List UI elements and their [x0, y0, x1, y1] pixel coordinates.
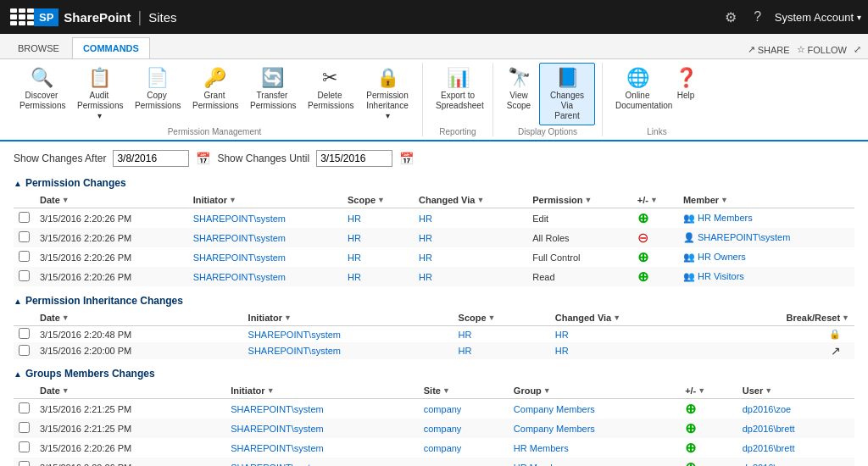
- filter-date-pc[interactable]: ▼: [62, 196, 70, 204]
- share-action[interactable]: ↗ SHARE: [748, 44, 790, 55]
- initiator-cell[interactable]: SHAREPOINT\system: [188, 247, 342, 267]
- help-icon[interactable]: ?: [744, 3, 771, 31]
- filter-permission-pc[interactable]: ▼: [585, 196, 593, 204]
- changedvia-cell[interactable]: HR: [414, 267, 527, 286]
- online-documentation-button[interactable]: 🌐 OnlineDocumentation: [609, 63, 665, 115]
- filter-user-gm[interactable]: ▼: [765, 386, 772, 395]
- member-link[interactable]: HR Visitors: [698, 271, 744, 281]
- filter-scope-pi[interactable]: ▼: [488, 313, 496, 322]
- group-link[interactable]: HR Members: [514, 443, 569, 453]
- user-link[interactable]: dp2016\zoe: [743, 404, 792, 414]
- scope-cell[interactable]: HR: [342, 208, 414, 229]
- user-link[interactable]: dp2016\zoe: [743, 463, 792, 467]
- site-link[interactable]: company: [424, 404, 462, 414]
- checkbox-cell[interactable]: [14, 342, 35, 359]
- site-link[interactable]: company: [424, 463, 462, 467]
- scope-link[interactable]: HR: [348, 252, 361, 263]
- member-link[interactable]: HR Owners: [698, 252, 746, 262]
- checkbox-cell[interactable]: [14, 438, 35, 458]
- date-after-input[interactable]: [113, 150, 189, 167]
- filter-member-pc[interactable]: ▼: [721, 196, 728, 204]
- checkbox-cell[interactable]: [14, 419, 35, 438]
- checkbox-cell[interactable]: [14, 267, 35, 286]
- date-after-calendar-icon[interactable]: 📅: [196, 152, 210, 165]
- changedvia-link[interactable]: HR: [419, 233, 432, 243]
- initiator-cell[interactable]: SHAREPOINT\system: [225, 399, 418, 419]
- follow-action[interactable]: ☆ FOLLOW: [797, 44, 847, 55]
- user-link[interactable]: dp2016\brett: [743, 424, 795, 434]
- date-until-calendar-icon[interactable]: 📅: [399, 152, 414, 165]
- initiator-cell[interactable]: SHAREPOINT\system: [225, 458, 418, 466]
- initiator-cell[interactable]: SHAREPOINT\system: [188, 208, 342, 229]
- group-cell[interactable]: HR Members: [509, 458, 680, 466]
- user-link[interactable]: dp2016\brett: [743, 443, 795, 453]
- initiator-link[interactable]: SHAREPOINT\system: [193, 233, 286, 243]
- scope-cell[interactable]: HR: [342, 247, 414, 267]
- filter-scope-pc[interactable]: ▼: [377, 196, 385, 204]
- initiator-link[interactable]: SHAREPOINT\system: [248, 346, 341, 356]
- date-until-input[interactable]: [316, 150, 392, 167]
- checkbox-cell[interactable]: [14, 458, 35, 466]
- site-cell[interactable]: company: [419, 458, 509, 466]
- member-cell[interactable]: 👤 SHAREPOINT\system: [678, 228, 854, 247]
- initiator-cell[interactable]: SHAREPOINT\system: [243, 342, 453, 359]
- scope-link[interactable]: HR: [459, 346, 472, 356]
- changedvia-link[interactable]: HR: [419, 252, 432, 263]
- app-launcher-icon[interactable]: [7, 5, 31, 29]
- group-link[interactable]: Company Members: [514, 404, 595, 414]
- filter-date-pi[interactable]: ▼: [62, 313, 70, 322]
- filter-changedvia-pi[interactable]: ▼: [613, 313, 620, 322]
- member-link[interactable]: HR Members: [698, 213, 753, 223]
- filter-plusminus-pc[interactable]: ▼: [650, 196, 658, 204]
- filter-changedvia-pc[interactable]: ▼: [476, 196, 484, 204]
- filter-breakreset-pi[interactable]: ▼: [842, 313, 849, 322]
- grant-permissions-button[interactable]: 🔑 GrantPermissions: [186, 63, 242, 115]
- help-button[interactable]: ❓ Help: [667, 63, 704, 105]
- tab-browse[interactable]: BROWSE: [7, 37, 70, 58]
- checkbox-cell[interactable]: [14, 228, 35, 247]
- filter-date-gm[interactable]: ▼: [62, 386, 70, 395]
- copy-permissions-button[interactable]: 📄 CopyPermissions: [129, 63, 185, 115]
- changedvia-cell[interactable]: HR: [414, 208, 527, 229]
- view-scope-button[interactable]: 🔭 ViewScope: [500, 63, 537, 115]
- changedvia-cell[interactable]: HR: [550, 326, 705, 343]
- group-link[interactable]: HR Members: [514, 463, 569, 467]
- changedvia-cell[interactable]: HR: [414, 228, 527, 247]
- filter-site-gm[interactable]: ▼: [442, 386, 450, 395]
- changes-via-parent-button[interactable]: 📘 Changes ViaParent: [539, 63, 595, 125]
- group-cell[interactable]: Company Members: [509, 419, 680, 438]
- scope-link[interactable]: HR: [348, 233, 361, 243]
- scope-cell[interactable]: HR: [342, 228, 414, 247]
- user-cell[interactable]: dp2016\brett: [737, 438, 854, 458]
- initiator-link[interactable]: SHAREPOINT\system: [231, 424, 323, 434]
- initiator-link[interactable]: SHAREPOINT\system: [231, 443, 323, 453]
- scope-cell[interactable]: HR: [453, 326, 550, 343]
- user-cell[interactable]: dp2016\brett: [737, 419, 854, 438]
- permission-inheritance-button[interactable]: 🔒 PermissionInheritance ▾: [359, 63, 415, 125]
- filter-initiator-gm[interactable]: ▼: [267, 386, 275, 395]
- site-link[interactable]: company: [424, 443, 462, 453]
- initiator-link[interactable]: SHAREPOINT\system: [193, 252, 286, 263]
- settings-icon[interactable]: ⚙: [717, 3, 744, 31]
- checkbox-cell[interactable]: [14, 399, 35, 419]
- filter-group-gm[interactable]: ▼: [543, 386, 551, 395]
- site-cell[interactable]: company: [419, 419, 509, 438]
- user-cell[interactable]: dp2016\zoe: [737, 458, 854, 466]
- group-cell[interactable]: HR Members: [509, 438, 680, 458]
- initiator-cell[interactable]: SHAREPOINT\system: [225, 438, 418, 458]
- member-link[interactable]: SHAREPOINT\system: [698, 232, 790, 242]
- changedvia-cell[interactable]: HR: [550, 342, 705, 359]
- scope-link[interactable]: HR: [459, 330, 472, 340]
- group-link[interactable]: Company Members: [514, 424, 595, 434]
- initiator-link[interactable]: SHAREPOINT\system: [231, 404, 323, 414]
- system-account-button[interactable]: System Account ▾: [775, 11, 861, 24]
- changedvia-link[interactable]: HR: [419, 272, 432, 282]
- initiator-cell[interactable]: SHAREPOINT\system: [188, 228, 342, 247]
- changedvia-link[interactable]: HR: [555, 330, 569, 340]
- changedvia-link[interactable]: HR: [555, 346, 569, 356]
- checkbox-cell[interactable]: [14, 247, 35, 267]
- filter-plusminus-gm[interactable]: ▼: [698, 386, 705, 395]
- filter-initiator-pi[interactable]: ▼: [284, 313, 292, 322]
- initiator-link[interactable]: SHAREPOINT\system: [193, 214, 286, 224]
- changedvia-cell[interactable]: HR: [414, 247, 527, 267]
